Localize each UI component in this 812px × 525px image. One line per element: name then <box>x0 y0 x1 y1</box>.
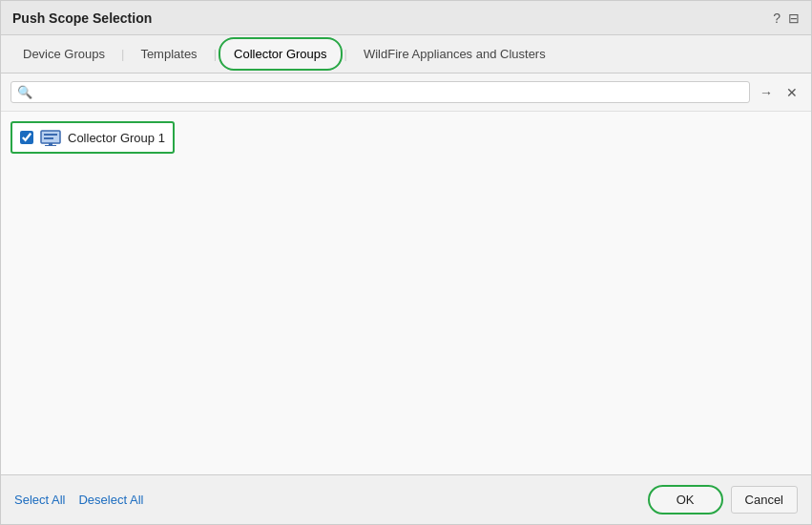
search-wrapper: 🔍 <box>10 81 750 103</box>
item-checkbox[interactable] <box>20 131 33 144</box>
search-input[interactable] <box>36 85 743 99</box>
footer-bar: Select All Deselect All OK Cancel <box>1 474 811 524</box>
footer-right: OK Cancel <box>648 485 798 514</box>
tabs-bar: Device Groups | Templates | Collector Gr… <box>1 35 811 74</box>
search-clear-icon[interactable]: ✕ <box>782 83 802 102</box>
svg-rect-2 <box>44 137 53 139</box>
svg-rect-1 <box>44 134 57 136</box>
select-all-link[interactable]: Select All <box>14 493 65 507</box>
tab-templates[interactable]: Templates <box>126 38 211 70</box>
tab-wildfire[interactable]: WildFire Appliances and Clusters <box>349 38 560 70</box>
content-area: Collector Group 1 <box>1 112 811 474</box>
header-icons: ? ⊟ <box>773 10 800 26</box>
collector-group-icon <box>39 129 62 146</box>
svg-rect-0 <box>41 131 60 143</box>
dialog-title: Push Scope Selection <box>12 10 152 26</box>
search-bar: 🔍 → ✕ <box>1 74 811 112</box>
cancel-button[interactable]: Cancel <box>731 486 798 514</box>
minimize-icon[interactable]: ⊟ <box>788 10 800 26</box>
tab-collector-groups[interactable]: Collector Groups <box>219 37 343 71</box>
ok-button[interactable]: OK <box>648 485 723 514</box>
tab-device-groups[interactable]: Device Groups <box>9 38 119 70</box>
dialog-header: Push Scope Selection ? ⊟ <box>1 1 811 35</box>
svg-rect-4 <box>45 145 56 146</box>
search-arrow-icon[interactable]: → <box>756 83 777 102</box>
search-icon: 🔍 <box>17 85 32 99</box>
deselect-all-link[interactable]: Deselect All <box>78 493 143 507</box>
help-icon[interactable]: ? <box>773 10 781 26</box>
footer-left: Select All Deselect All <box>14 493 143 507</box>
list-item[interactable]: Collector Group 1 <box>10 121 175 154</box>
push-scope-dialog: Push Scope Selection ? ⊟ Device Groups |… <box>0 0 812 525</box>
item-label: Collector Group 1 <box>68 131 165 145</box>
